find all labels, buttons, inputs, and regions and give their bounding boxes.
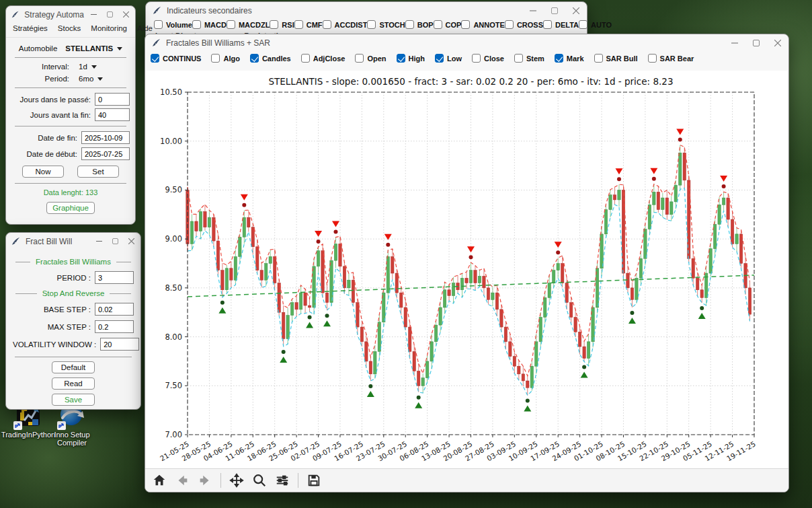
fract-titlebar[interactable]: Fract Bill Will xyxy=(6,233,140,250)
checkbox-icon[interactable] xyxy=(594,54,603,63)
automobile-dropdown[interactable]: STELLANTIS xyxy=(65,44,122,52)
default-button[interactable]: Default xyxy=(52,361,95,373)
interval-dropdown[interactable]: 1d xyxy=(79,63,130,71)
chart-canvas[interactable]: STELLANTIS - slope: 0.001650 - fract: 3 … xyxy=(146,71,788,469)
close-button[interactable] xyxy=(127,238,135,246)
checkbox-icon[interactable] xyxy=(472,54,481,63)
checkbox-sar-bear[interactable]: SAR Bear xyxy=(648,54,694,63)
minimize-button[interactable] xyxy=(731,39,739,47)
checkbox-annote[interactable]: ANNOTE xyxy=(461,20,504,29)
close-button[interactable] xyxy=(774,39,782,47)
checkbox-icon[interactable] xyxy=(151,54,159,63)
checkbox-low[interactable]: Low xyxy=(435,54,462,63)
checkbox-accdist[interactable]: ACCDIST xyxy=(323,20,368,29)
checkbox-macdzl[interactable]: MACDZL xyxy=(227,20,270,29)
minimize-button[interactable] xyxy=(89,11,97,19)
volatility-window-input[interactable] xyxy=(100,338,139,351)
save-button[interactable]: Save xyxy=(52,394,95,406)
maximize-button[interactable] xyxy=(752,39,760,47)
chevron-down-icon xyxy=(117,47,122,50)
checkbox-macd[interactable]: MACD xyxy=(192,20,227,29)
checkbox-cmf[interactable]: CMF xyxy=(294,20,323,29)
checkbox-icon[interactable] xyxy=(434,20,442,29)
checkbox-icon[interactable] xyxy=(543,20,552,29)
checkbox-icon[interactable] xyxy=(435,54,444,63)
home-icon[interactable] xyxy=(151,472,168,489)
maximize-button[interactable] xyxy=(111,238,119,246)
checkbox-icon[interactable] xyxy=(323,20,331,29)
checkbox-cop[interactable]: COP xyxy=(434,20,462,29)
checkbox-icon[interactable] xyxy=(367,20,376,29)
checkbox-icon[interactable] xyxy=(397,54,405,63)
checkbox-stoch[interactable]: STOCH xyxy=(367,20,405,29)
checkbox-icon[interactable] xyxy=(505,20,514,29)
chart-titlebar[interactable]: Fractales Bill Williams + SAR xyxy=(145,34,788,51)
checkbox-bop[interactable]: BOP xyxy=(405,20,434,29)
checkbox-icon[interactable] xyxy=(227,20,235,29)
chevron-down-icon xyxy=(97,77,103,81)
shortcut-arrow-icon xyxy=(13,421,22,430)
checkbox-icon[interactable] xyxy=(154,20,163,29)
maximize-button[interactable] xyxy=(106,11,114,19)
checkbox-algo[interactable]: Algo xyxy=(211,54,239,63)
read-button[interactable]: Read xyxy=(52,377,95,390)
checkbox-icon[interactable] xyxy=(555,54,563,63)
minimize-button[interactable] xyxy=(95,238,103,246)
checkbox-close[interactable]: Close xyxy=(472,54,504,63)
strategy-titlebar[interactable]: Strategy Automat... xyxy=(6,6,135,23)
checkbox-icon[interactable] xyxy=(648,54,657,63)
checkbox-icon[interactable] xyxy=(301,54,310,63)
jours-passe-input[interactable] xyxy=(95,93,130,106)
checkbox-cross[interactable]: CROSS xyxy=(505,20,543,29)
checkbox-volume[interactable]: Volume xyxy=(154,20,192,29)
checkbox-rsi[interactable]: RSI xyxy=(270,20,294,29)
graphique-button[interactable]: Graphique xyxy=(46,202,95,214)
close-button[interactable] xyxy=(572,7,580,15)
zoom-icon[interactable] xyxy=(251,472,268,489)
checkbox-icon[interactable] xyxy=(579,20,587,29)
checkbox-icon[interactable] xyxy=(355,54,364,63)
forward-icon[interactable] xyxy=(196,472,214,489)
maximize-button[interactable] xyxy=(551,7,559,15)
period-dropdown[interactable]: 6mo xyxy=(79,75,130,83)
checkbox-icon[interactable] xyxy=(405,20,414,29)
checkbox-high[interactable]: High xyxy=(397,54,425,63)
close-button[interactable] xyxy=(122,11,130,19)
checkbox-auto[interactable]: AUTO xyxy=(579,20,612,29)
checkbox-icon[interactable] xyxy=(250,54,259,63)
checkbox-continus[interactable]: CONTINUS xyxy=(151,54,201,63)
sliders-icon[interactable] xyxy=(274,472,291,489)
period-label: Period: xyxy=(11,75,79,83)
checkbox-icon[interactable] xyxy=(192,20,201,29)
date-debut-input[interactable] xyxy=(81,147,130,160)
date-fin-input[interactable] xyxy=(81,131,130,144)
max-step-input[interactable] xyxy=(95,320,134,333)
checkbox-open[interactable]: Open xyxy=(355,54,386,63)
indicators-titlebar[interactable]: Indicateurs secondaires xyxy=(146,2,587,19)
checkbox-sar-bull[interactable]: SAR Bull xyxy=(594,54,638,63)
now-button[interactable]: Now xyxy=(22,166,64,178)
base-step-input[interactable] xyxy=(95,303,134,316)
checkbox-stem[interactable]: Stem xyxy=(514,54,544,63)
checkbox-candles[interactable]: Candles xyxy=(250,54,291,63)
save-icon[interactable] xyxy=(305,472,323,489)
checkbox-icon[interactable] xyxy=(461,20,470,29)
menu-stocks[interactable]: Stocks xyxy=(58,24,81,32)
checkbox-icon[interactable] xyxy=(294,20,303,29)
menu-stratégies[interactable]: Stratégies xyxy=(13,24,48,32)
checkbox-label: SAR Bear xyxy=(660,55,694,63)
fract-period-input[interactable] xyxy=(95,271,134,284)
minimize-button[interactable] xyxy=(529,7,537,15)
set-button[interactable]: Set xyxy=(77,166,119,178)
menu-monitoring[interactable]: Monitoring xyxy=(91,24,127,32)
pan-icon[interactable] xyxy=(228,472,245,489)
checkbox-delta[interactable]: DELTA xyxy=(543,20,579,29)
back-icon[interactable] xyxy=(173,472,191,489)
checkbox-icon[interactable] xyxy=(270,20,278,29)
checkbox-adjclose[interactable]: AdjClose xyxy=(301,54,346,63)
menu-aide[interactable]: Aide xyxy=(137,24,153,32)
checkbox-icon[interactable] xyxy=(514,54,523,63)
checkbox-mark[interactable]: Mark xyxy=(555,54,584,63)
jours-fin-input[interactable] xyxy=(95,108,130,121)
checkbox-icon[interactable] xyxy=(211,54,220,63)
